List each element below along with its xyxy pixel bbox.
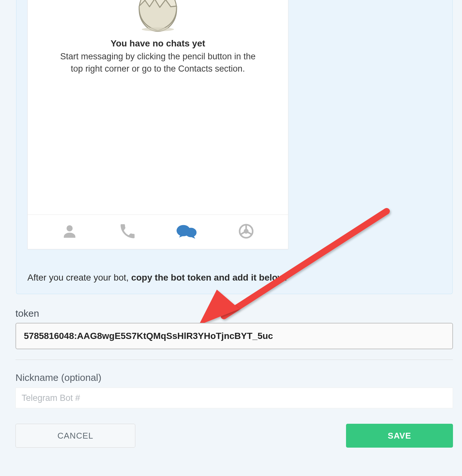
svg-point-4 (185, 228, 197, 237)
svg-line-8 (240, 232, 245, 234)
token-input[interactable] (15, 323, 453, 349)
instruction-suffix: . (284, 273, 287, 283)
token-label: token (15, 308, 453, 319)
chats-icon[interactable] (177, 223, 197, 241)
instruction-card: You have no chats yet Start messaging by… (16, 0, 453, 294)
phone-tabbar (28, 214, 288, 249)
nickname-input[interactable] (15, 388, 453, 408)
svg-line-9 (247, 232, 252, 234)
contacts-icon[interactable] (61, 223, 78, 241)
svg-point-1 (142, 27, 174, 31)
calls-icon[interactable] (119, 223, 136, 241)
settings-gear-icon[interactable] (237, 223, 255, 241)
svg-point-6 (245, 230, 248, 233)
cancel-button[interactable]: CANCEL (15, 424, 135, 448)
cracked-egg-icon (132, 0, 184, 32)
nickname-label: Nickname (optional) (15, 372, 453, 383)
instruction-bold: copy the bot token and add it below (131, 273, 284, 283)
phone-empty-state: You have no chats yet Start messaging by… (28, 0, 288, 214)
empty-state-subtitle: Start messaging by clicking the pencil b… (28, 51, 288, 75)
phone-mockup: You have no chats yet Start messaging by… (27, 0, 288, 249)
form-buttons: CANCEL SAVE (15, 424, 453, 448)
divider (15, 360, 453, 360)
instruction-prefix: After you create your bot, (27, 273, 131, 283)
save-button[interactable]: SAVE (346, 424, 453, 448)
bot-token-form: token Nickname (optional) CANCEL SAVE (15, 308, 453, 448)
instruction-text: After you create your bot, copy the bot … (27, 273, 287, 283)
empty-state-title: You have no chats yet (111, 38, 205, 49)
svg-point-2 (67, 225, 73, 232)
